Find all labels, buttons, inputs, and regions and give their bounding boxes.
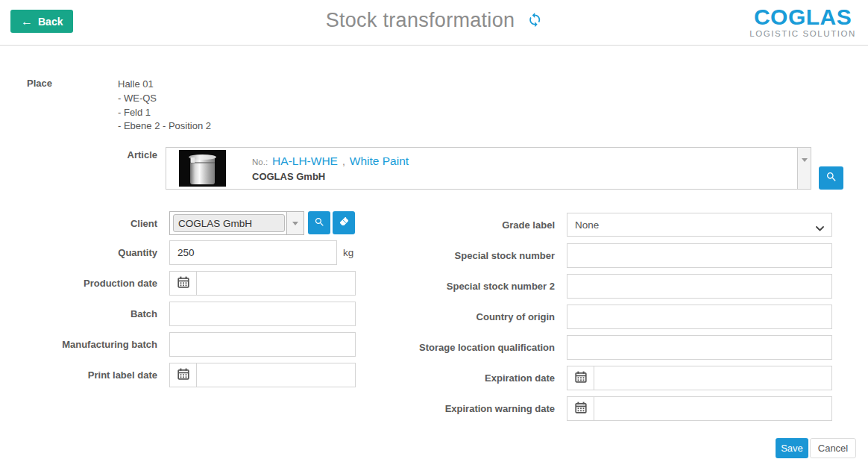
- batch-label: Batch: [0, 308, 157, 319]
- place-line: - Feld 1: [118, 106, 211, 120]
- place-line: - WE-QS: [118, 92, 211, 106]
- back-arrow-icon: ←: [21, 16, 33, 28]
- coglas-logo: COGLAS LOGISTIC SOLUTION: [749, 5, 856, 39]
- refresh-button[interactable]: [526, 12, 542, 30]
- expiration-date-input[interactable]: [594, 366, 831, 390]
- logo-name: COGLAS: [749, 5, 856, 29]
- production-date-picker-button[interactable]: [170, 272, 197, 295]
- search-icon: [825, 171, 837, 185]
- expiration-warning-date-input[interactable]: [594, 397, 831, 420]
- search-icon: [314, 216, 325, 230]
- special-stock-number-2-input[interactable]: [567, 274, 832, 299]
- storage-location-qualification-input[interactable]: [567, 335, 832, 360]
- refresh-icon: [526, 12, 542, 30]
- manufacturing-batch-input[interactable]: [169, 332, 356, 357]
- print-label-date-picker-button[interactable]: [170, 363, 197, 387]
- article-number: HA-LH-WHE: [272, 154, 338, 168]
- calendar-icon: [177, 276, 189, 290]
- print-label-date-input[interactable]: [197, 363, 355, 387]
- calendar-icon: [575, 402, 587, 416]
- client-search-button[interactable]: [308, 211, 330, 234]
- article-combobox[interactable]: No.: HA-LH-WHE , White Paint COGLAS GmbH: [166, 147, 811, 190]
- back-button[interactable]: ← Back: [10, 10, 73, 33]
- expiration-date-field: [567, 366, 832, 390]
- expiration-date-picker-button[interactable]: [567, 366, 594, 390]
- logo-tagline: LOGISTIC SOLUTION: [749, 29, 856, 39]
- manufacturing-batch-label: Manufacturing batch: [0, 339, 157, 350]
- print-label-date-field: [169, 363, 356, 387]
- place-label: Place: [27, 78, 52, 89]
- batch-input[interactable]: [169, 302, 356, 326]
- storage-location-qualification-label: Storage location qualification: [343, 342, 555, 353]
- client-value: COGLAS GmbH: [173, 214, 285, 232]
- header-bar: ← Back Stock transformation COGLAS LOGIS…: [0, 0, 868, 46]
- calendar-icon: [177, 368, 189, 382]
- chevron-down-icon: [802, 158, 808, 162]
- expiration-warning-date-picker-button[interactable]: [567, 397, 594, 420]
- country-of-origin-label: Country of origin: [343, 311, 555, 322]
- grade-label-value: None: [575, 219, 599, 231]
- print-label-date-label: Print label date: [0, 369, 157, 381]
- place-line: Halle 01: [118, 78, 211, 92]
- country-of-origin-input[interactable]: [567, 305, 832, 329]
- client-combobox[interactable]: COGLAS GmbH: [169, 211, 304, 235]
- article-image: [179, 150, 226, 187]
- place-line: - Ebene 2 - Position 2: [118, 119, 211, 134]
- quantity-input[interactable]: [169, 240, 337, 265]
- article-client: COGLAS GmbH: [252, 171, 409, 182]
- chevron-down-icon: [816, 222, 824, 234]
- stock-transformation-page: ← Back Stock transformation COGLAS LOGIS…: [0, 0, 868, 462]
- article-separator: ,: [342, 155, 345, 167]
- grade-label-label: Grade label: [343, 219, 555, 231]
- expiration-warning-date-label: Expiration warning date: [343, 403, 555, 414]
- article-label: Article: [0, 149, 157, 160]
- production-date-label: Production date: [0, 278, 157, 289]
- page-title: Stock transformation: [326, 9, 515, 32]
- calendar-icon: [575, 371, 587, 385]
- place-value: Halle 01 - WE-QS - Feld 1 - Ebene 2 - Po…: [118, 78, 211, 134]
- grade-label-select[interactable]: None: [567, 213, 832, 237]
- article-no-label: No.:: [252, 157, 268, 166]
- back-button-label: Back: [38, 16, 63, 28]
- special-stock-number-2-label: Special stock number 2: [343, 281, 555, 292]
- production-date-input[interactable]: [197, 272, 355, 295]
- special-stock-number-label: Special stock number: [343, 250, 555, 261]
- title-wrap: Stock transformation: [326, 9, 543, 32]
- expiration-date-label: Expiration date: [343, 372, 555, 384]
- article-search-button[interactable]: [819, 166, 843, 190]
- special-stock-number-input[interactable]: [567, 243, 832, 268]
- client-label: Client: [0, 218, 157, 229]
- client-dropdown-toggle[interactable]: [286, 212, 304, 234]
- article-text: No.: HA-LH-WHE , White Paint COGLAS GmbH: [252, 154, 409, 182]
- quantity-label: Quantity: [0, 247, 157, 258]
- production-date-field: [169, 271, 356, 296]
- article-name: White Paint: [350, 154, 409, 168]
- article-dropdown-toggle[interactable]: [797, 148, 811, 189]
- cancel-button[interactable]: Cancel: [810, 438, 856, 458]
- save-button[interactable]: Save: [776, 438, 808, 458]
- expiration-warning-date-field: [567, 396, 832, 421]
- chevron-down-icon: [292, 222, 298, 225]
